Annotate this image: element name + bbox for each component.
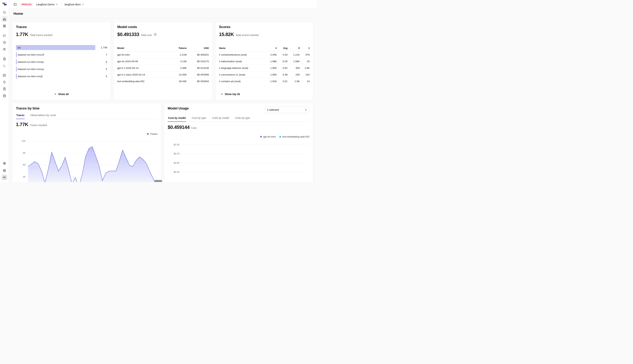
tab-traces[interactable]: Traces bbox=[16, 113, 25, 119]
breadcrumb-separator: / bbox=[61, 2, 62, 6]
cell: gpt-4.1-nano-2025-04-14 bbox=[117, 72, 166, 78]
nav-evaluation[interactable] bbox=[1, 72, 8, 78]
square-pen-icon bbox=[3, 74, 6, 77]
col-header-name: Name bbox=[219, 46, 265, 52]
legend-label: gpt-4o-mini bbox=[263, 135, 276, 138]
show-all-label: Show all bbox=[58, 93, 69, 96]
user-avatar[interactable]: FK bbox=[2, 174, 7, 180]
cell: $0.456301 bbox=[187, 52, 209, 58]
tab-observations-by-level[interactable]: Observations by Level bbox=[30, 113, 56, 119]
nav-users[interactable] bbox=[1, 46, 8, 52]
legend-item-text-embedding-ada-002: text-embedding-ada-002 bbox=[279, 135, 309, 138]
content: Traces 1.77K Total traces tracked qa1,73… bbox=[9, 18, 317, 182]
trace-row-dataset-run-item-cmcvp[interactable]: dataset-run-item-cmcvp5 bbox=[16, 67, 107, 72]
gridline bbox=[182, 145, 308, 145]
trace-row-dataset-run-item-cmcjf[interactable]: dataset-run-item-cmcjf5 bbox=[16, 74, 107, 79]
cell: 2.21M bbox=[166, 52, 187, 58]
trace-row-qa[interactable]: qa1,736 bbox=[16, 45, 107, 50]
nav-playground[interactable] bbox=[1, 62, 8, 69]
trace-label: dataset-run-item-cmcjf bbox=[16, 75, 43, 78]
col-header-: # bbox=[265, 46, 277, 52]
cell: # language-detector (eval) bbox=[219, 65, 265, 72]
metric-value: 15.82K bbox=[219, 32, 234, 37]
info-icon[interactable] bbox=[154, 33, 157, 36]
traces-chart-legend: Traces bbox=[16, 132, 158, 135]
lifebuoy-icon bbox=[3, 169, 6, 172]
table-row: gpt-4.1-nano-2025-04-1414.45K$0.002906 bbox=[117, 72, 209, 78]
page-header: Home bbox=[9, 9, 317, 18]
table-header-row: Name#Avg01 bbox=[219, 46, 310, 52]
horizontal-scrollbar-thumb[interactable] bbox=[154, 180, 162, 182]
scores-metric: 15.82K Total scores tracked bbox=[219, 32, 310, 37]
trace-value: 7 bbox=[106, 53, 107, 56]
sidebar-toggle-button[interactable] bbox=[12, 2, 18, 7]
nav-settings[interactable] bbox=[1, 160, 8, 166]
card-title: Traces bbox=[16, 25, 107, 29]
model-select-value: 2 selected bbox=[267, 108, 279, 111]
gridline bbox=[28, 141, 156, 141]
nav-storage[interactable] bbox=[1, 93, 8, 99]
nav-support[interactable] bbox=[1, 168, 8, 174]
cell: 355 bbox=[288, 65, 300, 72]
table-row: # language-detector (eval)1.95K0.823551.… bbox=[219, 65, 310, 72]
nav-datasets[interactable] bbox=[1, 86, 8, 92]
nav-prompts[interactable] bbox=[1, 56, 8, 62]
cell: 14 bbox=[300, 78, 310, 85]
axis-tick-label: 30 bbox=[16, 176, 26, 178]
metric-label: Total cost bbox=[141, 34, 152, 36]
model-usage-tabs: Cost by modelCost by typeUnits by modelU… bbox=[168, 116, 309, 122]
table-row: gpt-4o-2024-08-063.13K$0.015175 bbox=[117, 58, 209, 65]
col-header-model: Model bbox=[117, 46, 166, 52]
nav-dashboards[interactable] bbox=[1, 23, 8, 29]
col-header-usd: USD bbox=[187, 46, 209, 52]
traces-area-chart-svg bbox=[28, 139, 156, 182]
show-all-button[interactable]: Show all bbox=[54, 92, 70, 97]
nav-ideas[interactable] bbox=[1, 79, 8, 85]
tab-units-by-type[interactable]: Units by type bbox=[235, 116, 250, 122]
project-switcher[interactable]: langfuse-docs bbox=[64, 2, 85, 7]
app-root: FK PROD-EU Langfuse Demo / langfuse-docs… bbox=[0, 0, 317, 182]
table-row: gpt-4o-mini2.21M$0.456301 bbox=[117, 52, 209, 58]
cell: 0.48 bbox=[277, 72, 288, 78]
nav-sessions[interactable] bbox=[1, 39, 8, 46]
trace-value: 5 bbox=[106, 68, 107, 70]
tab-cost-by-model[interactable]: Cost by model bbox=[168, 116, 186, 122]
cell: # contextrelevance (eval) bbox=[219, 52, 265, 58]
cell: 0.34 bbox=[277, 52, 288, 58]
langfuse-logo[interactable] bbox=[2, 2, 7, 6]
nav-home[interactable] bbox=[1, 16, 8, 22]
scores-table: Name#Avg01# contextrelevance (eval)2.04K… bbox=[219, 46, 310, 84]
table-row: # contextrelevance (eval)2.04K0.341.21K5… bbox=[219, 52, 310, 58]
axis-tick-label: $0.75 bbox=[168, 152, 180, 155]
clock-icon bbox=[3, 41, 6, 44]
col-header-tokens: Tokens bbox=[166, 46, 187, 52]
trace-row-dataset-run-item-cmcky[interactable]: dataset-run-item-cmcky5 bbox=[16, 60, 107, 64]
gridline bbox=[182, 163, 308, 163]
tab-cost-by-type[interactable]: Cost by type bbox=[191, 116, 206, 122]
gridline bbox=[182, 172, 308, 172]
model-costs-table: ModelTokensUSDgpt-4o-mini2.21M$0.456301g… bbox=[117, 46, 209, 84]
model-select-dropdown[interactable]: 2 selected bbox=[265, 106, 309, 113]
nav-tracing[interactable] bbox=[1, 32, 8, 39]
model-usage-chart: $1.00$0.75$0.50$0.25 bbox=[182, 144, 308, 180]
cell: $0.002906 bbox=[187, 72, 209, 78]
search-icon bbox=[3, 11, 6, 14]
gridline bbox=[28, 165, 156, 165]
card-title: Model Usage bbox=[168, 106, 189, 110]
cell: # conciseness-v1 (eval) bbox=[219, 72, 265, 78]
cell: 0.05 bbox=[277, 58, 288, 65]
cell: 0.01 bbox=[277, 78, 288, 85]
metric-label: Cost bbox=[191, 126, 197, 130]
tab-units-by-model[interactable]: Units by model bbox=[212, 116, 230, 122]
main-column: PROD-EU Langfuse Demo / langfuse-docs Ho… bbox=[9, 0, 317, 182]
legend-dot bbox=[260, 136, 262, 138]
model-usage-metric: $0.459144 Cost bbox=[168, 124, 309, 130]
metric-value: $0.459144 bbox=[168, 124, 190, 130]
cards-row-bottom: Traces by time TracesObservations by Lev… bbox=[12, 103, 314, 182]
show-top-20-button[interactable]: Show top 20 bbox=[220, 92, 241, 97]
nav-search[interactable] bbox=[1, 9, 8, 16]
org-switcher[interactable]: Langfuse Demo bbox=[36, 2, 59, 7]
trace-row-dataset-run-item-cmc29[interactable]: dataset-run-item-cmc297 bbox=[16, 52, 107, 57]
cell: 0.82 bbox=[277, 65, 288, 72]
table-row: text-embedding-ada-00228.43K$0.002843 bbox=[117, 78, 209, 85]
